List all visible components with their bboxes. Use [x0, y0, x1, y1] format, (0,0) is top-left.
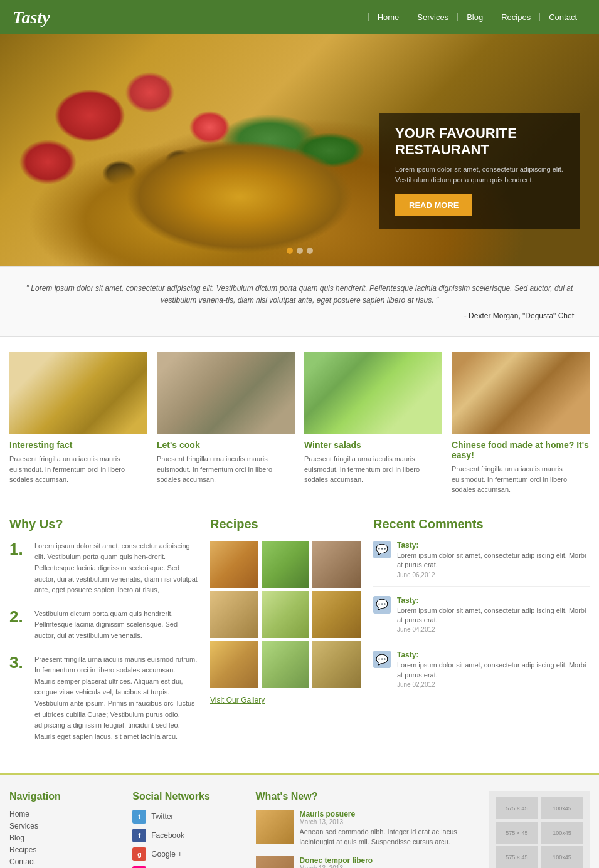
- hero-dot-3[interactable]: [307, 248, 313, 254]
- recent-comments-title: Recent Comments: [373, 517, 590, 531]
- stats-box: 575 × 45 100x45 575 × 45 100x45 575 × 45…: [489, 791, 590, 868]
- comment-date-3: June 02,2012: [397, 681, 590, 688]
- comment-icon-2: 💬: [373, 596, 391, 614]
- footer-nav-title: Navigation: [9, 791, 120, 802]
- why-num-3: 3.: [9, 654, 27, 743]
- social-facebook[interactable]: f Facebook: [132, 829, 243, 842]
- nav-contact[interactable]: Contact: [540, 13, 586, 21]
- card-image-3: [304, 352, 442, 434]
- card-4: Chinese food made at home? It's easy! Pr…: [452, 352, 590, 495]
- hero-section: YOUR FAVOURITE RESTAURANT Lorem ipsum do…: [0, 34, 599, 266]
- news-body-1: Mauris posuere March 13, 2013 Aenean sed…: [300, 810, 477, 847]
- recipe-thumb-6[interactable]: [312, 591, 361, 638]
- news-thumb-1: [256, 810, 294, 844]
- why-us-item-3: 3. Praesent fringilla urna iaculis mauri…: [9, 654, 198, 743]
- recipe-thumb-1[interactable]: [210, 541, 258, 588]
- footer-social: Social Networks t Twitter f Facebook g G…: [132, 791, 243, 868]
- stat-1: 575 × 45: [496, 797, 538, 819]
- comment-name-1: Tasty:: [397, 541, 590, 550]
- recipe-thumb-2[interactable]: [262, 541, 310, 588]
- stats-grid: 575 × 45 100x45 575 × 45 100x45 575 × 45…: [496, 797, 583, 868]
- google-label: Google +: [151, 850, 182, 859]
- comment-name-3: Tasty:: [397, 651, 590, 659]
- quote-author: - Dexter Morgan, "Degusta" Chef: [25, 311, 574, 320]
- site-logo: Tasty: [13, 8, 50, 28]
- why-num-1: 1.: [9, 541, 27, 596]
- nav-home[interactable]: Home: [368, 13, 409, 21]
- why-us-title: Why Us?: [9, 517, 198, 531]
- social-google[interactable]: g Google +: [132, 847, 243, 861]
- site-header: Tasty Home Services Blog Recipes Contact: [0, 0, 599, 34]
- nav-recipes[interactable]: Recipes: [492, 13, 540, 21]
- comment-body-3: Tasty: Lorem ipsum dolor sit amet, conse…: [397, 651, 590, 688]
- stat-2: 100x45: [541, 797, 583, 819]
- stat-5: 575 × 45: [496, 846, 538, 868]
- card-text-4: Praesent fringilla urna iaculis mauris e…: [452, 464, 590, 495]
- news-item-1: Mauris posuere March 13, 2013 Aenean sed…: [256, 810, 477, 847]
- comment-1: 💬 Tasty: Lorem ipsum dolor sit amet, con…: [373, 541, 590, 587]
- comment-icon-3: 💬: [373, 651, 391, 668]
- footer-nav-recipes[interactable]: Recipes: [9, 845, 120, 854]
- news-body-2: Donec tempor libero March 13, 2013 Vesti…: [300, 856, 477, 868]
- recipe-thumb-5[interactable]: [262, 591, 310, 638]
- facebook-label: Facebook: [151, 831, 184, 840]
- nav-blog[interactable]: Blog: [458, 13, 492, 21]
- recipes-title: Recipes: [210, 517, 361, 531]
- stat-6: 100x45: [541, 846, 583, 868]
- quote-section: " Lorem ipsum dolor sit amet, consectetu…: [0, 266, 599, 337]
- comment-body-2: Tasty: Lorem ipsum dolor sit amet, conse…: [397, 596, 590, 634]
- recipe-thumb-7[interactable]: [210, 641, 258, 688]
- recent-comments-section: Recent Comments 💬 Tasty: Lorem ipsum dol…: [373, 517, 590, 755]
- footer-nav-home[interactable]: Home: [9, 810, 120, 818]
- recipes-grid: [210, 541, 361, 688]
- hero-description: Lorem ipsum dolor sit amet, consectetur …: [395, 164, 565, 185]
- card-title-2: Let's cook: [157, 440, 295, 450]
- hero-read-more-button[interactable]: READ MORE: [395, 194, 472, 216]
- recipe-thumb-4[interactable]: [210, 591, 258, 638]
- why-num-2: 2.: [9, 609, 27, 642]
- news-thumb-2: [256, 856, 294, 868]
- card-text-2: Praesent fringilla urna iaculis mauris e…: [157, 454, 295, 485]
- footer-nav-contact[interactable]: Contact: [9, 857, 120, 866]
- card-title-4: Chinese food made at home? It's easy!: [452, 440, 590, 460]
- news-title-2[interactable]: Donec tempor libero: [300, 856, 373, 865]
- comment-date-1: June 06,2012: [397, 572, 590, 578]
- card-text-3: Praesent fringilla urna iaculis mauris e…: [304, 454, 442, 485]
- nav-services[interactable]: Services: [408, 13, 458, 21]
- card-2: Let's cook Praesent fringilla urna iacul…: [157, 352, 295, 495]
- main-nav: Home Services Blog Recipes Contact: [368, 13, 586, 21]
- comment-date-2: June 04,2012: [397, 626, 590, 633]
- footer-nav-services[interactable]: Services: [9, 822, 120, 830]
- news-title-1[interactable]: Mauris posuere: [300, 810, 356, 818]
- twitter-label: Twitter: [151, 812, 173, 821]
- recipe-thumb-9[interactable]: [312, 641, 361, 688]
- comment-text-2: Lorem ipsum dolor sit amet, consectetur …: [397, 606, 590, 625]
- footer-news: What's New? Mauris posuere March 13, 201…: [256, 791, 477, 868]
- why-text-2: Vestibulum dictum porta quam quis hendre…: [34, 609, 198, 642]
- social-twitter[interactable]: t Twitter: [132, 810, 243, 824]
- card-image-2: [157, 352, 295, 434]
- hero-overlay: YOUR FAVOURITE RESTAURANT Lorem ipsum do…: [379, 113, 580, 229]
- footer-navigation: Navigation Home Services Blog Recipes Co…: [9, 791, 120, 868]
- news-item-2: Donec tempor libero March 13, 2013 Vesti…: [256, 856, 477, 868]
- card-title-3: Winter salads: [304, 440, 442, 450]
- card-1: Interesting fact Praesent fringilla urna…: [9, 352, 147, 495]
- stat-3: 575 × 45: [496, 822, 538, 844]
- footer-nav-blog[interactable]: Blog: [9, 834, 120, 842]
- recipe-thumb-3[interactable]: [312, 541, 361, 588]
- stat-4: 100x45: [541, 822, 583, 844]
- hero-dot-1[interactable]: [287, 248, 293, 254]
- hero-dot-2[interactable]: [297, 248, 303, 254]
- comment-text-3: Lorem ipsum dolor sit amet, consectetur …: [397, 661, 590, 680]
- recipe-thumb-8[interactable]: [262, 641, 310, 688]
- quote-text: " Lorem ipsum dolor sit amet, consectetu…: [25, 283, 574, 306]
- footer-social-title: Social Networks: [132, 791, 243, 802]
- card-text-1: Praesent fringilla urna iaculis mauris e…: [9, 454, 147, 485]
- feature-cards: Interesting fact Praesent fringilla urna…: [0, 337, 599, 511]
- news-text-1: Aenean sed commodo nibh. Integer id erat…: [300, 827, 477, 847]
- main-content: Why Us? 1. Lorem ipsum dolor sit amet, c…: [0, 511, 599, 774]
- comment-2: 💬 Tasty: Lorem ipsum dolor sit amet, con…: [373, 596, 590, 642]
- visit-gallery-link[interactable]: Visit Our Gallery: [210, 696, 361, 704]
- comment-3: 💬 Tasty: Lorem ipsum dolor sit amet, con…: [373, 651, 590, 696]
- facebook-icon: f: [132, 829, 146, 842]
